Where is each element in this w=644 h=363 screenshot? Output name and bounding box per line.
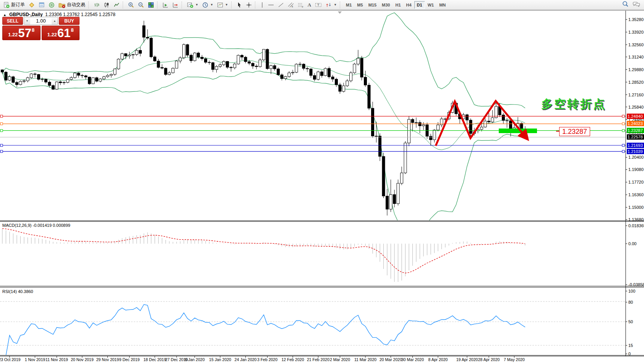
horizontal-line-icon	[268, 2, 274, 8]
bull-candle	[219, 65, 222, 66]
zoom-in-button[interactable]	[126, 1, 136, 9]
timeframe-m30[interactable]: M30	[379, 1, 393, 9]
price-tag-label[interactable]: 1.23287	[559, 127, 590, 136]
timeframe-d1[interactable]: D1	[414, 1, 425, 9]
trendline-tool-button[interactable]	[276, 1, 286, 9]
sell-price-box[interactable]: 1.22 57 8	[2, 26, 41, 40]
collapse-trade-panel-icon[interactable]: ▲	[3, 13, 6, 17]
timeframe-h4[interactable]: H4	[404, 1, 414, 9]
buy-button[interactable]: BUY	[59, 17, 79, 25]
crosshair-tool-button[interactable]	[244, 1, 254, 9]
text-label-tool-button[interactable]: T	[313, 1, 324, 9]
line-handle[interactable]	[622, 144, 625, 147]
bear-candle	[321, 72, 323, 76]
bear-candle	[5, 72, 7, 80]
svg-text:T: T	[317, 3, 320, 7]
bear-candle	[360, 58, 363, 77]
one-click-trade-panel: SELL ▼ 1.00 ▲ BUY 1.22 57 8 1.22 61 8	[2, 17, 79, 40]
fibonacci-tool-button[interactable]: F	[296, 1, 306, 9]
data-window-icon	[39, 2, 45, 8]
line-chart-button[interactable]	[112, 1, 122, 9]
line-handle[interactable]	[622, 115, 625, 117]
axis-box-current-price: 1.22578	[627, 134, 644, 140]
navigator-button[interactable]	[47, 1, 57, 9]
timeframe-mn[interactable]: MN	[436, 1, 448, 9]
timeframe-m1[interactable]: M1	[343, 1, 354, 9]
volume-value[interactable]: 1.00	[30, 17, 52, 24]
new-chart-button[interactable]: ▼	[185, 1, 200, 9]
bar-chart-button[interactable]	[92, 1, 102, 9]
rsi-axis-label: 80	[628, 300, 633, 304]
line-handle[interactable]	[622, 129, 625, 132]
bear-candle	[34, 74, 36, 74]
volume-increase-button[interactable]: ▲	[52, 17, 58, 24]
line-handle[interactable]	[0, 123, 3, 125]
turning-point-annotation[interactable]: 多空转折点	[541, 96, 606, 112]
sell-button[interactable]: SELL	[2, 17, 23, 25]
cursor-tool-button[interactable]	[235, 1, 244, 9]
market-watch-button[interactable]	[27, 1, 37, 9]
price-tick-label: 1.25840	[628, 105, 644, 109]
bear-candle	[302, 64, 305, 68]
zigzag-arrow[interactable]	[436, 101, 527, 146]
line-handle[interactable]	[0, 150, 3, 153]
toolbar-separator	[255, 2, 257, 8]
timeframe-m5[interactable]: M5	[354, 1, 365, 9]
timeframe-w1[interactable]: W1	[425, 1, 437, 9]
buy-price-box[interactable]: 1.22 61 8	[42, 26, 80, 40]
comments-icon[interactable]	[633, 1, 640, 9]
zoom-out-button[interactable]	[136, 1, 146, 9]
search-icon[interactable]	[622, 1, 629, 9]
bear-candle	[88, 77, 91, 84]
chart-forward-icon	[162, 2, 169, 8]
buy-price-pip: 8	[71, 27, 74, 33]
line-handle[interactable]	[622, 150, 625, 153]
bear-candle	[266, 49, 269, 69]
line-handle[interactable]	[622, 123, 625, 125]
bull-candle	[440, 119, 443, 125]
date-tick-label: 6 Jan 2020	[185, 357, 205, 362]
bear-candle	[16, 82, 18, 85]
data-window-button[interactable]	[37, 1, 47, 9]
arrows-tool-button[interactable]: ▼	[324, 1, 339, 9]
profiles-button[interactable]: ▼	[200, 1, 215, 9]
volume-stepper: ▼ 1.00 ▲	[24, 17, 58, 25]
bull-candle	[353, 64, 356, 73]
trendline-icon	[278, 2, 284, 8]
bull-candle	[270, 66, 273, 69]
bull-candle	[357, 58, 360, 64]
horizontal-line-tool-button[interactable]	[266, 1, 276, 9]
text-tool-button[interactable]: A	[306, 1, 313, 9]
axis-box-resistance-2: 1.24023	[627, 121, 644, 126]
line-handle[interactable]	[0, 144, 3, 147]
line-handle[interactable]	[0, 115, 3, 117]
bull-candle	[110, 74, 113, 75]
bull-candle	[26, 78, 29, 81]
bull-candle	[19, 81, 22, 85]
chart-forward-button[interactable]	[161, 1, 170, 9]
vertical-line-tool-button[interactable]	[258, 1, 266, 9]
date-axis[interactable]: 23 Oct 20191 Nov 201911 Nov 201920 Nov 2…	[0, 356, 525, 362]
volume-decrease-button[interactable]: ▼	[24, 17, 30, 24]
chart-canvas[interactable]: 1.352801.339201.325601.312401.298801.285…	[0, 0, 644, 363]
macd-value: -0.001419	[32, 223, 52, 228]
timeframe-m15[interactable]: M15	[366, 1, 379, 9]
bear-candle	[368, 85, 370, 108]
chart-shift-marker[interactable]	[338, 11, 342, 14]
bull-candle	[128, 55, 131, 56]
new-order-button[interactable]: 新订单	[2, 1, 27, 9]
line-handle[interactable]	[0, 129, 3, 132]
templates-button[interactable]: ▼	[215, 1, 230, 9]
candlestick-chart-button[interactable]	[102, 1, 112, 9]
tile-windows-button[interactable]	[146, 1, 156, 9]
price-axis[interactable]: 1.352801.339201.325601.312401.298801.285…	[626, 11, 644, 356]
bear-candle	[77, 73, 80, 75]
autotrading-button[interactable]: 自动交易	[57, 1, 87, 9]
buy-price-main: 61	[57, 28, 70, 39]
highlight-rectangle[interactable]	[499, 129, 537, 133]
equidistant-channel-tool-button[interactable]: E	[286, 1, 296, 9]
bull-candle	[172, 68, 174, 73]
timeframe-h1[interactable]: H1	[393, 1, 403, 9]
bear-candle	[37, 75, 40, 80]
chart-shift-button[interactable]	[170, 1, 180, 9]
